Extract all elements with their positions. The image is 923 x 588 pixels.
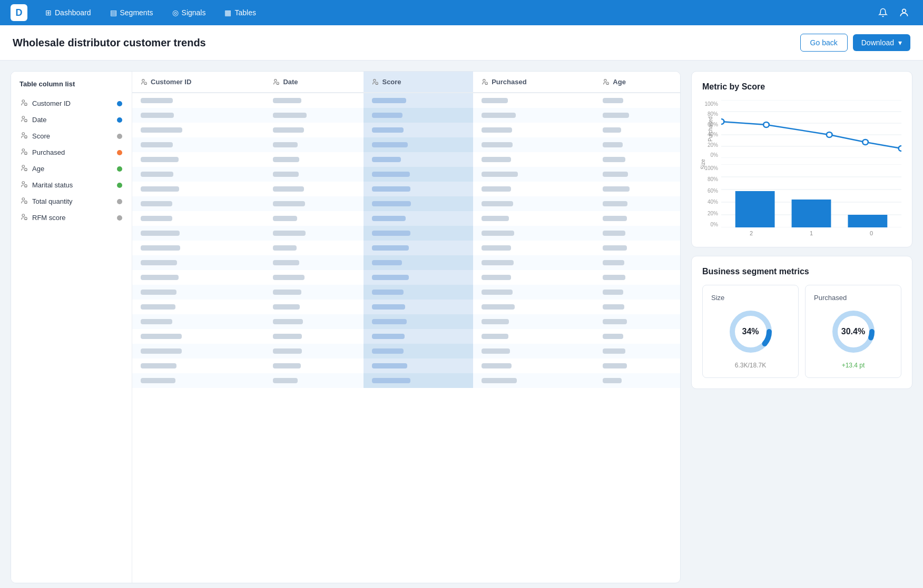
table-row — [132, 241, 680, 255]
metric-by-score-card: Metric by Score 100%80%60%40%20%0% Purch… — [691, 71, 912, 247]
data-table[interactable]: Customer ID Date Score Purchased Age — [132, 72, 680, 583]
svg-point-11 — [22, 182, 25, 184]
table-cell-score — [364, 344, 473, 358]
svg-point-2 — [25, 103, 27, 106]
nav-item-signals[interactable]: ◎ Signals — [165, 4, 213, 21]
col-label-marital-status: Marital status — [32, 181, 113, 189]
table-cell-date — [264, 270, 364, 285]
column-list-item-customer-id[interactable]: Customer ID — [17, 95, 125, 112]
col-dot-marital-status — [117, 183, 122, 188]
table-cell-purchased — [473, 123, 594, 137]
table-cell-age — [594, 196, 680, 211]
size-value: 34% — [742, 327, 759, 336]
column-list-item-date[interactable]: Date — [17, 112, 125, 128]
table-cell-purchased — [473, 137, 594, 152]
svg-point-10 — [25, 168, 27, 171]
line-chart-svg — [721, 100, 901, 158]
col-label-purchased: Purchased — [32, 148, 113, 156]
header-actions: Go back Download ▾ — [800, 34, 910, 52]
table-row — [132, 182, 680, 196]
svg-point-8 — [25, 152, 27, 155]
table-cell-purchased — [473, 93, 594, 108]
table-row — [132, 108, 680, 123]
table-cell-customer_id — [132, 300, 264, 314]
col-label-customer-id: Customer ID — [32, 99, 113, 107]
column-list-item-rfm-score[interactable]: RFM score — [17, 210, 125, 226]
table-cell-date — [264, 358, 364, 373]
table-panel: Table column list Customer ID Date Score… — [11, 71, 681, 583]
table-cell-customer_id — [132, 196, 264, 211]
table-row — [132, 329, 680, 344]
nav-item-dashboard[interactable]: ⊞ Dashboard — [38, 4, 99, 21]
signals-icon: ◎ — [172, 8, 179, 17]
table-cell-purchased — [473, 358, 594, 373]
size-donut: 34% — [727, 308, 774, 355]
table-cell-age — [594, 93, 680, 108]
svg-point-22 — [376, 82, 378, 84]
table-cell-customer_id — [132, 373, 264, 388]
nav-item-tables[interactable]: ▦ Tables — [217, 4, 263, 21]
purchased-card-title: Purchased — [814, 294, 847, 302]
table-cell-date — [264, 285, 364, 300]
table-cell-score — [364, 255, 473, 270]
table-cell-age — [594, 344, 680, 358]
col-icon-date — [21, 115, 28, 124]
table-cell-purchased — [473, 270, 594, 285]
purchased-value: 30.4% — [841, 327, 865, 336]
table-cell-score — [364, 241, 473, 255]
nav-label-tables: Tables — [234, 8, 256, 17]
table-row — [132, 167, 680, 182]
table-row — [132, 211, 680, 226]
table-cell-age — [594, 373, 680, 388]
table-header-score[interactable]: Score — [364, 72, 473, 93]
column-list-item-purchased[interactable]: Purchased — [17, 144, 125, 161]
table-header-date[interactable]: Date — [264, 72, 364, 93]
table-cell-score — [364, 108, 473, 123]
nav-label-segments: Segments — [120, 8, 153, 17]
table-cell-purchased — [473, 152, 594, 167]
logo[interactable]: D — [11, 4, 27, 21]
column-list-item-total-quantity[interactable]: Total quantity — [17, 193, 125, 210]
table-cell-customer_id — [132, 329, 264, 344]
column-list-item-score[interactable]: Score — [17, 128, 125, 144]
page-title: Wholesale distributor customer trends — [13, 37, 206, 49]
purchased-segment-card: Purchased 30.4% +13.4 pt — [805, 285, 901, 378]
table-header-customer_id[interactable]: Customer ID — [132, 72, 264, 93]
svg-point-36 — [862, 139, 868, 145]
tables-icon: ▦ — [224, 8, 231, 17]
table-cell-age — [594, 285, 680, 300]
th-label-score: Score — [382, 78, 401, 86]
table-cell-purchased — [473, 285, 594, 300]
table-cell-age — [594, 167, 680, 182]
table-cell-purchased — [473, 255, 594, 270]
table-cell-score — [364, 123, 473, 137]
svg-point-34 — [763, 122, 769, 127]
table-cell-date — [264, 300, 364, 314]
navigation: D ⊞ Dashboard ▤ Segments ◎ Signals ▦ Tab… — [0, 0, 923, 25]
go-back-button[interactable]: Go back — [800, 34, 848, 52]
table-cell-score — [364, 93, 473, 108]
download-button[interactable]: Download ▾ — [853, 34, 910, 51]
dashboard-icon: ⊞ — [45, 8, 52, 17]
nav-item-segments[interactable]: ▤ Segments — [103, 4, 161, 21]
user-avatar[interactable] — [896, 4, 912, 21]
main-content: Table column list Customer ID Date Score… — [0, 61, 923, 588]
col-dot-date — [117, 117, 122, 123]
col-label-date: Date — [32, 116, 113, 124]
table-cell-purchased — [473, 196, 594, 211]
notifications-bell[interactable] — [875, 4, 891, 21]
table-cell-score — [364, 285, 473, 300]
column-list-item-age[interactable]: Age — [17, 161, 125, 177]
table-row — [132, 123, 680, 137]
column-list-item-marital-status[interactable]: Marital status — [17, 177, 125, 193]
table-cell-purchased — [473, 344, 594, 358]
table-cell-age — [594, 182, 680, 196]
table-cell-age — [594, 270, 680, 285]
table-header-purchased[interactable]: Purchased — [473, 72, 594, 93]
table-row — [132, 93, 680, 108]
table-header-age[interactable]: Age — [594, 72, 680, 93]
table-cell-purchased — [473, 373, 594, 388]
svg-point-3 — [22, 116, 25, 119]
table-cell-date — [264, 373, 364, 388]
bar-chart-svg — [721, 164, 901, 227]
